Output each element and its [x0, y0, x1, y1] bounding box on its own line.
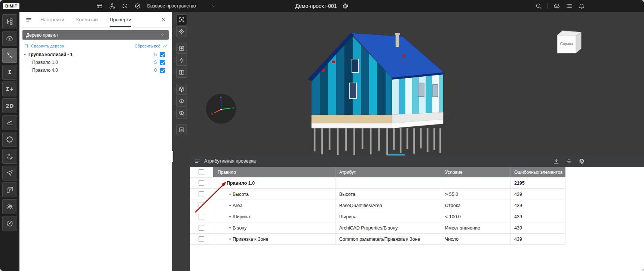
checks-table: ПравилоАтрибутУсловиеОшибочных элементов…	[190, 167, 565, 245]
view-cube[interactable]: Справа	[554, 28, 583, 59]
tool-show[interactable]	[176, 96, 187, 107]
table-row[interactable]: ▾AreaBaseQuantities/AreaСтрока439	[190, 200, 565, 211]
row-checkbox[interactable]	[199, 236, 204, 242]
panel-menu-icon[interactable]	[25, 16, 32, 23]
table-row[interactable]: ▾ШиринаШирина< 100.0439	[190, 211, 565, 222]
errors-cell: 439	[510, 222, 565, 233]
panel-close-icon[interactable]	[161, 17, 166, 22]
row-checkbox[interactable]	[199, 214, 204, 219]
bottom-panel-title: Атрибутивная проверка	[204, 158, 256, 164]
model-3d-house[interactable]	[305, 27, 451, 157]
expand-icon[interactable]: ▾	[227, 215, 233, 219]
rail-export-model[interactable]	[2, 182, 17, 197]
bottom-panel-menu-icon[interactable]	[194, 158, 200, 164]
row-checkbox[interactable]	[199, 203, 204, 208]
rail-dashboard[interactable]	[2, 216, 17, 231]
gear-icon[interactable]	[579, 158, 585, 164]
errors-cell: 2195	[510, 178, 565, 188]
fit-rows-icon[interactable]	[566, 158, 572, 164]
row-checkbox[interactable]	[199, 180, 204, 186]
project-settings-icon[interactable]	[342, 3, 349, 9]
load-results-icon[interactable]	[553, 158, 559, 164]
org-structure-icon[interactable]	[109, 3, 116, 9]
hide-icon	[178, 110, 185, 116]
rail-view-2d[interactable]: 2D	[2, 98, 17, 113]
row-checkbox[interactable]	[199, 225, 204, 231]
list-menu-icon[interactable]	[566, 3, 573, 9]
toolbar-group	[176, 84, 187, 118]
viewport-3d[interactable]: Z Y X	[172, 12, 644, 271]
rail-chart[interactable]	[2, 115, 17, 130]
tool-quick-select[interactable]	[176, 55, 187, 66]
table-row[interactable]: ▴Правило 1.02195	[190, 178, 565, 189]
tab-settings[interactable]: Настройки	[40, 12, 64, 27]
search-icon[interactable]	[535, 3, 542, 9]
table-row[interactable]: ▾ВысотаВысота> 55.0439	[190, 189, 565, 200]
tool-focus[interactable]	[176, 26, 187, 37]
rail-clash-detection[interactable]	[2, 48, 17, 63]
layout-icon[interactable]	[96, 3, 103, 9]
bottom-panel-drag-handle[interactable]	[387, 154, 405, 155]
tool-section[interactable]	[176, 67, 187, 78]
panel-resize-handle[interactable]	[172, 151, 173, 162]
topbar-left-icons	[96, 3, 141, 9]
history-icon[interactable]	[122, 3, 128, 9]
rail-sum[interactable]: Σ	[2, 65, 17, 80]
select-all-cell	[190, 167, 213, 177]
chart-icon	[6, 119, 13, 126]
approve-icon[interactable]	[134, 3, 141, 9]
app-logo[interactable]: BIMIT	[3, 3, 19, 9]
attribute-cell: Common parameters/Привязка к Зоне	[335, 234, 441, 244]
rail-model-tree[interactable]	[2, 14, 17, 29]
workspace-select[interactable]: Базовое пространство	[147, 3, 217, 9]
tree-node-checkbox[interactable]	[160, 68, 165, 73]
tool-render-mode[interactable]	[176, 43, 187, 54]
rail-navigate[interactable]	[2, 166, 17, 181]
tool-clear-selection[interactable]	[176, 124, 187, 135]
bottom-panel: Атрибутивная проверка ПравилоАтрибутУсло…	[190, 155, 644, 271]
tab-checks[interactable]: Проверки	[110, 12, 131, 27]
tree-node-label: Правило 1.0	[32, 60, 58, 65]
rail-sum-add[interactable]: Σ+	[2, 81, 17, 96]
rule-name: Ширина	[233, 214, 250, 219]
section-icon	[178, 69, 185, 76]
toolbar-group	[176, 124, 187, 135]
axis-gizmo[interactable]: Z Y X	[206, 93, 236, 126]
expand-collapse-icon[interactable]: ▾	[24, 52, 28, 56]
tree-node[interactable]: ▾Группа коллизий - 15	[19, 50, 172, 58]
tool-isolate[interactable]	[176, 84, 187, 95]
tree-node[interactable]: Правило 4.00	[19, 66, 172, 74]
rail-users[interactable]	[2, 199, 17, 214]
table-row[interactable]: ▾В зонуArchiCAD Properties/В зонуИмеет з…	[190, 222, 565, 234]
rules-tree-header[interactable]: Дерево правил	[22, 30, 169, 40]
bell-icon[interactable]	[578, 3, 585, 9]
rule-name: В зону	[233, 225, 247, 231]
select-all-checkbox[interactable]	[199, 169, 204, 175]
render-mode-icon	[178, 45, 185, 52]
collapse-icon[interactable]: ▴	[221, 181, 227, 185]
expand-icon[interactable]: ▾	[227, 237, 233, 241]
tool-select-area[interactable]	[176, 14, 187, 25]
rail-cloud-sync[interactable]	[2, 31, 17, 46]
row-checkbox[interactable]	[199, 191, 204, 197]
expand-icon[interactable]: ▾	[227, 204, 233, 207]
expand-icon[interactable]: ▾	[227, 226, 233, 230]
rail-plugins[interactable]	[2, 132, 17, 147]
cloud-sync-icon[interactable]	[553, 3, 560, 9]
errors-cell: 439	[510, 200, 565, 211]
collapse-tree-link[interactable]: Свернуть дерево	[24, 43, 64, 48]
clear-selection-icon	[178, 127, 185, 133]
reset-all-link[interactable]: Сбросить всё	[135, 43, 167, 48]
expand-icon[interactable]: ▾	[227, 193, 233, 196]
tab-collisions[interactable]: Коллизии	[76, 12, 98, 27]
plugins-icon	[6, 136, 13, 143]
tool-hide[interactable]	[176, 108, 187, 118]
bottom-panel-icons	[553, 158, 585, 164]
rail-user-edit[interactable]	[2, 149, 17, 164]
tree-node-checkbox[interactable]	[160, 52, 165, 57]
tree-node[interactable]: Правило 1.05	[19, 58, 172, 66]
tree-node-checkbox[interactable]	[160, 60, 165, 65]
rules-tree-header-label: Дерево правил	[26, 33, 58, 38]
table-row[interactable]: ▾Привязка к ЗонеCommon parameters/Привяз…	[190, 234, 565, 245]
toolbar-group	[176, 43, 187, 78]
